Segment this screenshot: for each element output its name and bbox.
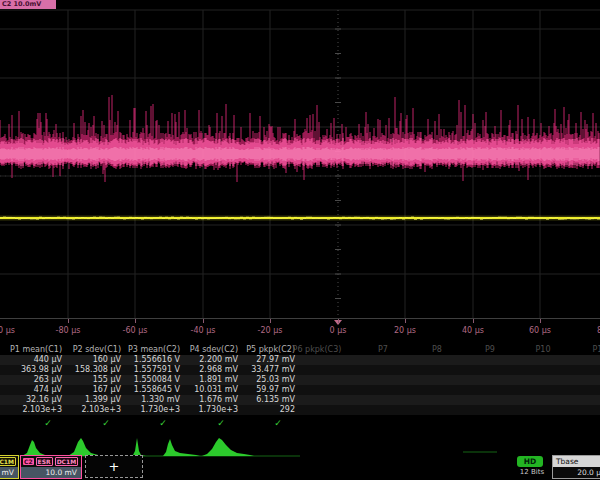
param-header-inactive[interactable]: P7 <box>355 345 411 355</box>
table-cell: 1.730e+3 <box>180 405 238 415</box>
param-header-3[interactable]: P3 mean(C2) <box>122 345 180 355</box>
time-axis-tick <box>473 319 474 323</box>
table-cell: 1.399 µV <box>63 395 121 405</box>
table-cell: 263 µV <box>4 375 62 385</box>
table-cell: 158.308 µV <box>63 365 121 375</box>
timebase-descriptor[interactable]: Tbase 20.0 µ <box>552 455 600 479</box>
status-checkmark-icon: ✓ <box>214 416 228 430</box>
histicon <box>68 438 102 456</box>
channel-descriptor-c1[interactable]: DC1M 0 mV <box>0 455 19 479</box>
table-cell: 1.330 mV <box>122 395 180 405</box>
time-axis-label: 40 µs <box>451 326 495 335</box>
param-header-4[interactable]: P4 sdev(C2) <box>180 345 238 355</box>
trace-annotation-badge: C2 10.0mV <box>0 0 56 9</box>
table-cell: 1.550084 V <box>122 375 180 385</box>
status-checkmark-icon: ✓ <box>41 416 55 430</box>
table-cell: 2.200 mV <box>180 355 238 365</box>
time-axis-label: 80 µs <box>586 326 600 335</box>
table-cell: 1.730e+3 <box>122 405 180 415</box>
histicon <box>128 438 146 456</box>
table-cell: 363.98 µV <box>4 365 62 375</box>
param-header-1[interactable]: P1 mean(C1) <box>4 345 62 355</box>
table-cell: 59.97 mV <box>237 385 295 395</box>
c2-waveform <box>0 95 599 182</box>
plus-icon: + <box>109 459 120 474</box>
time-axis-label: -40 µs <box>181 326 225 335</box>
table-cell: 440 µV <box>4 355 62 365</box>
table-cell: 27.97 mV <box>237 355 295 365</box>
time-axis-label: -20 µs <box>248 326 292 335</box>
table-cell: 155 µV <box>63 375 121 385</box>
c2-esr-chip: ESR <box>36 457 53 466</box>
param-header-inactive[interactable]: P6 pkpk(C3) <box>289 345 345 355</box>
table-cell: 474 µV <box>4 385 62 395</box>
param-header-inactive[interactable]: P8 <box>409 345 465 355</box>
table-cell: 32.16 µV <box>4 395 62 405</box>
oscilloscope-screen: C2 10.0mV DC1M 0 mV C2 ESR DC1M 10.0 mV … <box>0 0 600 480</box>
hd-mode-badge[interactable]: HD <box>517 456 543 467</box>
table-cell: 6.135 mV <box>237 395 295 405</box>
status-checkmark-icon: ✓ <box>156 416 170 430</box>
table-cell: 2.103e+3 <box>63 405 121 415</box>
time-axis-tick <box>405 319 406 323</box>
status-checkmark-icon: ✓ <box>99 416 113 430</box>
time-axis-tick <box>270 319 271 323</box>
channel-descriptor-c2[interactable]: C2 ESR DC1M 10.0 mV <box>20 455 82 479</box>
table-cell: 1.558645 V <box>122 385 180 395</box>
status-checkmark-icon: ✓ <box>271 416 285 430</box>
histicon <box>163 439 200 456</box>
table-cell: 10.031 mV <box>180 385 238 395</box>
param-header-5[interactable]: P5 pkpk(C2) <box>237 345 295 355</box>
c1-scale-value: 0 mV <box>0 467 18 478</box>
table-cell: 1.556616 V <box>122 355 180 365</box>
table-cell: 33.477 mV <box>237 365 295 375</box>
add-trace-button[interactable]: + <box>85 455 143 478</box>
table-cell: 292 <box>237 405 295 415</box>
table-cell: 160 µV <box>63 355 121 365</box>
table-cell: 2.103e+3 <box>4 405 62 415</box>
waveform-grid <box>0 0 600 340</box>
c1-coupling-chip: DC1M <box>0 457 16 466</box>
c2-label-chip: C2 <box>23 458 34 465</box>
table-cell: 2.968 mV <box>180 365 238 375</box>
table-cell: 167 µV <box>63 385 121 395</box>
histicon <box>22 440 52 456</box>
time-axis-label: -60 µs <box>113 326 157 335</box>
timebase-value: 20.0 µ <box>553 467 600 479</box>
table-cell: 1.891 mV <box>180 375 238 385</box>
table-cell: 1.676 mV <box>180 395 238 405</box>
time-axis-label: 60 µs <box>518 326 562 335</box>
timebase-title: Tbase <box>553 456 600 467</box>
time-axis-label: 0 µs <box>316 326 360 335</box>
time-axis-tick <box>135 319 136 323</box>
time-axis-tick <box>540 319 541 323</box>
param-header-inactive[interactable]: P10 <box>515 345 571 355</box>
time-axis-label: -80 µs <box>46 326 90 335</box>
time-axis-label: -100 µs <box>0 326 22 335</box>
param-header-2[interactable]: P2 sdev(C1) <box>63 345 121 355</box>
time-axis-tick <box>338 319 339 323</box>
param-header-inactive[interactable]: P9 <box>462 345 518 355</box>
c2-coupling-chip: DC1M <box>55 457 79 466</box>
time-axis-tick <box>203 319 204 323</box>
histicon <box>202 438 254 456</box>
hd-label: HD <box>524 457 537 466</box>
table-cell: 25.03 mV <box>237 375 295 385</box>
time-axis-tick <box>68 319 69 323</box>
time-axis-label: 20 µs <box>383 326 427 335</box>
table-cell: 1.557591 V <box>122 365 180 375</box>
hd-bits-label: 12 Bits <box>512 468 552 476</box>
c2-scale-value: 10.0 mV <box>21 467 81 478</box>
param-header-inactive[interactable]: P11 <box>572 345 600 355</box>
